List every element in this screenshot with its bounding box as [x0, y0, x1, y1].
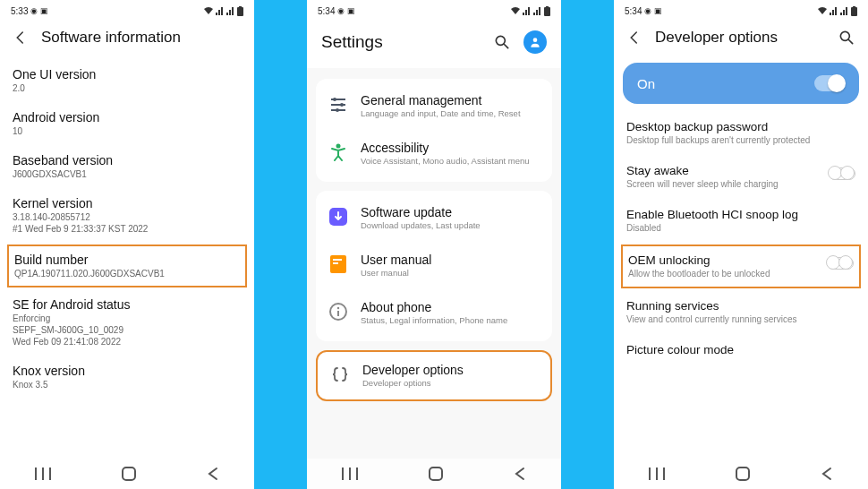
baseband-version[interactable]: Baseband version J600GDXSACVB1	[0, 145, 254, 188]
svg-rect-19	[333, 259, 342, 261]
row-software-update[interactable]: Software update Download updates, Last u…	[316, 194, 552, 242]
kernel-version[interactable]: Kernel version 3.18.140-20855712 #1 Wed …	[0, 188, 254, 243]
signal-icon	[830, 6, 838, 15]
desktop-backup-password[interactable]: Desktop backup password Desktop full bac…	[614, 111, 868, 155]
signal-icon-2	[533, 6, 542, 15]
accessibility-icon	[328, 142, 348, 162]
master-toggle[interactable]: On	[623, 63, 859, 104]
oem-unlocking-highlighted[interactable]: OEM unlocking Allow the bootloader to be…	[621, 244, 861, 288]
braces-icon	[330, 365, 350, 384]
page-title: Settings	[321, 32, 481, 52]
svg-point-16	[336, 144, 341, 149]
screenshot-software-info: 5:33 ◉ ▣ Software information One UI ver…	[0, 0, 254, 489]
nav-home[interactable]	[736, 467, 750, 481]
svg-rect-34	[736, 468, 749, 480]
signal-icon-2	[226, 6, 235, 15]
battery-icon	[237, 6, 243, 16]
page-title: Developer options	[655, 29, 825, 47]
status-icon-app1: ◉	[644, 6, 651, 15]
status-icon-app2: ▣	[654, 6, 662, 15]
toggle-switch-on[interactable]	[814, 75, 845, 91]
nav-back[interactable]	[821, 467, 833, 481]
running-services[interactable]: Running services View and control curren…	[614, 290, 868, 334]
svg-rect-5	[123, 468, 135, 480]
status-icon-app2: ▣	[40, 6, 48, 15]
row-about-phone[interactable]: About phone Status, Legal information, P…	[316, 289, 552, 337]
wifi-icon	[203, 6, 214, 15]
svg-rect-6	[544, 7, 550, 16]
screenshot-settings: 5:34 ◉ ▣ Settings General managemen	[307, 0, 561, 489]
signal-icon-2	[840, 6, 849, 15]
status-bar: 5:34 ◉ ▣	[307, 0, 561, 20]
download-icon	[328, 207, 348, 227]
status-icons-right	[817, 6, 857, 16]
nav-back[interactable]	[514, 467, 526, 481]
search-button[interactable]	[838, 29, 855, 47]
build-number-highlighted[interactable]: Build number QP1A.190711.020.J600GDXSACV…	[7, 244, 247, 287]
svg-rect-2	[35, 468, 37, 480]
knox-version[interactable]: Knox version Knox 3.5	[0, 356, 254, 390]
svg-point-15	[336, 108, 339, 112]
back-button[interactable]	[13, 30, 29, 46]
header: Developer options	[614, 20, 868, 59]
nav-home[interactable]	[429, 467, 443, 481]
settings-list[interactable]: General management Language and input, D…	[307, 68, 561, 401]
signal-icon	[216, 6, 225, 15]
svg-rect-26	[356, 468, 358, 480]
toggle-off[interactable]	[827, 257, 854, 270]
page-title: Software information	[41, 29, 242, 47]
sliders-icon	[328, 95, 348, 115]
header: Settings	[307, 20, 561, 68]
row-accessibility[interactable]: Accessibility Voice Assistant, Mono audi…	[316, 130, 552, 177]
signal-icon	[523, 6, 532, 15]
row-general-management[interactable]: General management Language and input, D…	[316, 82, 552, 130]
svg-rect-1	[239, 6, 242, 7]
profile-button[interactable]	[523, 30, 547, 54]
settings-list[interactable]: One UI version 2.0 Android version 10 Ba…	[0, 59, 254, 390]
header: Software information	[0, 20, 254, 59]
nav-recents[interactable]	[342, 468, 358, 480]
se-android-status[interactable]: SE for Android status Enforcing SEPF_SM-…	[0, 289, 254, 356]
nav-back[interactable]	[207, 467, 219, 481]
svg-rect-7	[546, 6, 549, 7]
svg-point-13	[340, 103, 344, 107]
picture-colour-mode[interactable]: Picture colour mode	[614, 334, 868, 357]
status-icon-app1: ◉	[337, 6, 345, 15]
svg-rect-4	[49, 468, 51, 480]
battery-icon	[851, 6, 857, 16]
svg-rect-31	[649, 468, 651, 480]
svg-rect-23	[337, 311, 339, 316]
book-icon	[328, 254, 348, 274]
svg-rect-24	[342, 468, 344, 480]
bluetooth-hci-snoop[interactable]: Enable Bluetooth HCI snoop log Disabled	[614, 199, 868, 243]
svg-point-30	[840, 31, 849, 40]
svg-rect-28	[851, 7, 857, 16]
status-icons-right	[203, 6, 243, 16]
nav-bar	[614, 459, 868, 489]
svg-point-9	[533, 38, 538, 42]
nav-recents[interactable]	[35, 468, 51, 480]
settings-list[interactable]: On Desktop backup password Desktop full …	[614, 63, 868, 357]
stay-awake[interactable]: Stay awake Screen will never sleep while…	[614, 155, 868, 199]
svg-point-8	[496, 36, 505, 45]
nav-home[interactable]	[122, 467, 136, 481]
status-time: 5:34	[318, 6, 335, 16]
svg-rect-3	[42, 468, 44, 480]
card-general: General management Language and input, D…	[316, 79, 552, 182]
toggle-off[interactable]	[829, 167, 855, 180]
status-icon-app2: ▣	[347, 6, 355, 15]
android-version[interactable]: Android version 10	[0, 102, 254, 145]
search-button[interactable]	[493, 33, 511, 51]
svg-rect-32	[656, 468, 658, 480]
screenshot-developer-options: 5:34 ◉ ▣ Developer options On Desktop ba…	[614, 0, 868, 489]
row-user-manual[interactable]: User manual User manual	[316, 242, 552, 289]
nav-recents[interactable]	[649, 468, 665, 480]
back-button[interactable]	[626, 30, 642, 46]
battery-icon	[544, 6, 550, 16]
svg-rect-25	[349, 468, 351, 480]
one-ui-version[interactable]: One UI version 2.0	[0, 59, 254, 102]
row-developer-options[interactable]: Developer options Developer options	[318, 352, 550, 399]
svg-rect-33	[663, 468, 665, 480]
svg-rect-27	[430, 468, 442, 480]
info-icon	[328, 302, 348, 322]
